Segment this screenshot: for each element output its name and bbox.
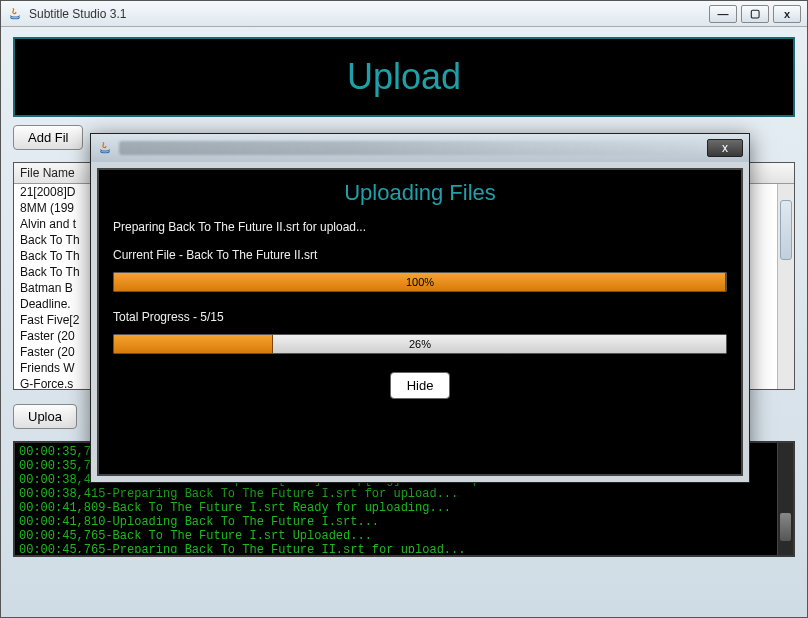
page-title: Upload — [347, 56, 461, 98]
status-text: Preparing Back To The Future II.srt for … — [113, 220, 727, 234]
progress-text: 100% — [114, 273, 726, 291]
dialog-close-button[interactable]: x — [707, 139, 743, 157]
add-files-button[interactable]: Add Fil — [13, 125, 83, 150]
scrollbar-thumb[interactable] — [780, 200, 792, 260]
console-scrollbar[interactable] — [777, 443, 793, 555]
total-progress-bar: 26% — [113, 334, 727, 354]
window-controls: — ▢ x — [709, 5, 801, 23]
dialog-titlebar[interactable]: x — [91, 134, 749, 162]
java-icon — [97, 140, 113, 156]
dialog-button-row: Hide — [113, 372, 727, 399]
progress-text: 26% — [114, 335, 726, 353]
dialog-content: Preparing Back To The Future II.srt for … — [99, 220, 741, 399]
dialog-title — [119, 141, 701, 155]
current-file-label: Current File - Back To The Future II.srt — [113, 248, 727, 262]
total-progress-label: Total Progress - 5/15 — [113, 310, 727, 324]
upload-dialog: x Uploading Files Preparing Back To The … — [90, 133, 750, 483]
file-table-scrollbar[interactable] — [777, 184, 794, 389]
scrollbar-thumb[interactable] — [780, 513, 791, 541]
page-header: Upload — [13, 37, 795, 117]
hide-button[interactable]: Hide — [390, 372, 451, 399]
dialog-heading: Uploading Files — [99, 170, 741, 220]
dialog-body: Uploading Files Preparing Back To The Fu… — [97, 168, 743, 476]
close-button[interactable]: x — [773, 5, 801, 23]
maximize-button[interactable]: ▢ — [741, 5, 769, 23]
window-title: Subtitle Studio 3.1 — [29, 7, 709, 21]
minimize-button[interactable]: — — [709, 5, 737, 23]
current-progress-bar: 100% — [113, 272, 727, 292]
main-titlebar[interactable]: Subtitle Studio 3.1 — ▢ x — [1, 1, 807, 27]
java-icon — [7, 6, 23, 22]
upload-button[interactable]: Uploa — [13, 404, 77, 429]
